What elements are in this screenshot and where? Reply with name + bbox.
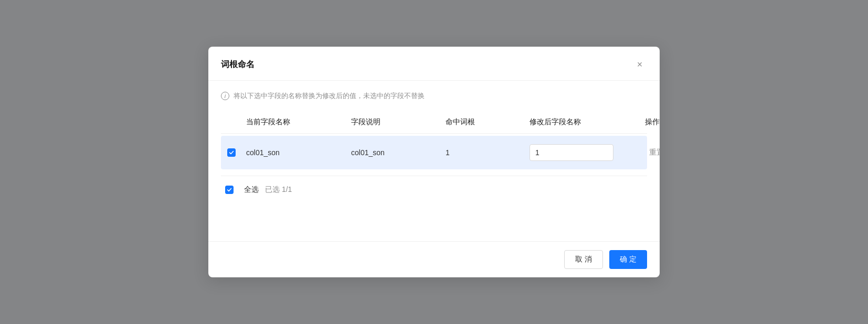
col-header-action: 操作 <box>641 115 660 129</box>
select-all-label: 全选 <box>244 185 259 195</box>
table-row: col01_son col01_son 1 重置 <box>221 136 647 169</box>
cell-action: 重置 <box>641 144 660 161</box>
select-all-checkbox-wrapper[interactable] <box>221 183 238 196</box>
info-icon: i <box>221 92 229 100</box>
cancel-button[interactable]: 取 消 <box>564 250 603 269</box>
cell-current-field: col01_son <box>242 146 347 159</box>
select-all-checkbox[interactable] <box>225 186 234 194</box>
reset-button[interactable]: 重置 <box>645 146 660 159</box>
col-header-modified-field: 修改后字段名称 <box>525 115 641 129</box>
row-checkbox-wrapper[interactable] <box>221 146 242 159</box>
cell-hit-root: 1 <box>441 146 525 159</box>
dialog: 词根命名 × i 将以下选中字段的名称替换为修改后的值，未选中的字段不替换 当前… <box>208 47 660 277</box>
table-container: 当前字段名称 字段说明 命中词根 修改后字段名称 操作 <box>221 111 647 198</box>
row-checkbox[interactable] <box>227 148 236 157</box>
selected-count-label: 已选 1/1 <box>265 185 292 195</box>
close-button[interactable]: × <box>632 57 647 72</box>
dialog-footer: 取 消 确 定 <box>208 241 660 277</box>
table-header: 当前字段名称 字段说明 命中词根 修改后字段名称 操作 <box>221 111 647 134</box>
col-header-checkbox <box>221 115 242 129</box>
dialog-overlay: 词根命名 × i 将以下选中字段的名称替换为修改后的值，未选中的字段不替换 当前… <box>0 0 868 324</box>
col-header-field-desc: 字段说明 <box>347 115 441 129</box>
cell-modified-field <box>525 142 641 163</box>
dialog-title: 词根命名 <box>221 59 255 70</box>
cell-field-desc: col01_son <box>347 146 441 159</box>
dialog-body: i 将以下选中字段的名称替换为修改后的值，未选中的字段不替换 当前字段名称 字段… <box>208 81 660 241</box>
col-header-current-field: 当前字段名称 <box>242 115 347 129</box>
info-text: 将以下选中字段的名称替换为修改后的值，未选中的字段不替换 <box>234 91 425 101</box>
col-header-hit-root: 命中词根 <box>441 115 525 129</box>
modified-field-input[interactable] <box>530 144 613 161</box>
dialog-header: 词根命名 × <box>208 47 660 81</box>
info-bar: i 将以下选中字段的名称替换为修改后的值，未选中的字段不替换 <box>221 91 647 101</box>
confirm-button[interactable]: 确 定 <box>609 250 647 269</box>
footer-bar: 全选 已选 1/1 <box>221 176 647 198</box>
